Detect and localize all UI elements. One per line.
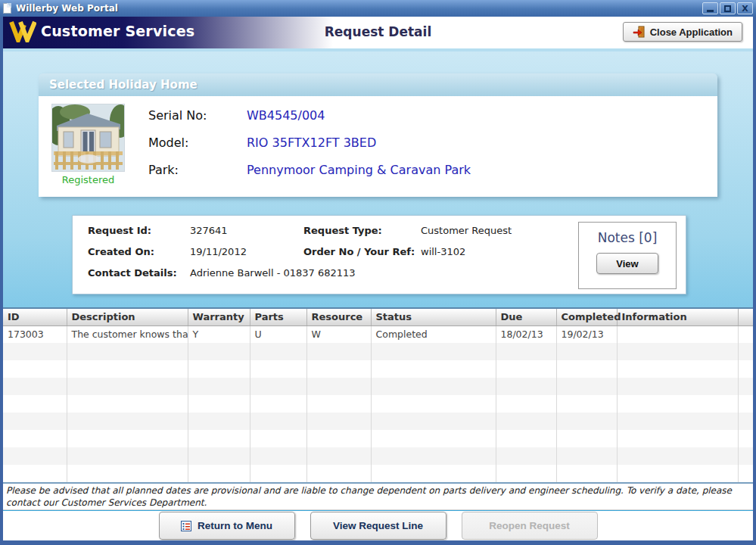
table-cell xyxy=(617,343,738,360)
table-cell xyxy=(617,325,738,343)
table-cell xyxy=(250,413,306,430)
table-cell: The customer knows tha xyxy=(67,325,188,343)
minimize-icon xyxy=(707,10,714,12)
titlebar: Willerby Web Portal X xyxy=(0,0,756,17)
column-header[interactable]: Description xyxy=(67,309,188,325)
table-cell xyxy=(188,360,250,378)
table-cell xyxy=(556,430,617,447)
serial-no-value: WB4545/004 xyxy=(247,108,325,123)
empty-table-row xyxy=(3,395,753,413)
holiday-home-photo xyxy=(51,104,125,172)
holiday-home-image xyxy=(52,104,124,171)
empty-table-row xyxy=(3,430,753,447)
table-cell xyxy=(496,343,556,360)
close-application-button[interactable]: Close Application xyxy=(623,22,742,42)
table-cell xyxy=(67,465,188,482)
table-cell: W xyxy=(306,325,371,343)
column-header[interactable]: Completed xyxy=(556,309,617,325)
table-cell xyxy=(188,343,250,360)
view-request-line-button[interactable]: View Request Line xyxy=(310,512,446,540)
table-cell xyxy=(188,465,250,482)
contact-details-value: Adrienne Barwell - 01837 682113 xyxy=(190,267,356,279)
table-cell xyxy=(496,378,556,395)
table-cell xyxy=(67,343,188,360)
table-cell xyxy=(188,447,250,465)
table-cell: Completed xyxy=(371,325,496,343)
notes-box: Notes [0] View xyxy=(578,222,677,289)
table-cell xyxy=(556,360,617,378)
table-cell xyxy=(371,430,496,447)
table-cell xyxy=(306,378,371,395)
request-id-value: 327641 xyxy=(190,225,228,236)
table-cell xyxy=(617,430,738,447)
table-cell xyxy=(556,343,617,360)
request-lines-table: IDDescriptionWarrantyPartsResourceStatus… xyxy=(3,307,753,484)
park-row: Park: Pennymoor Camping & Caravan Park xyxy=(148,163,471,177)
maximize-icon xyxy=(724,5,731,12)
table-cell xyxy=(67,378,188,395)
table-cell xyxy=(188,430,250,447)
order-ref-label: Order No / Your Ref: xyxy=(303,246,415,257)
request-info-panel: Request Id: 327641 Created On: 19/11/201… xyxy=(72,215,686,294)
request-type-label: Request Type: xyxy=(303,225,382,236)
contact-details-label: Contact Details: xyxy=(88,267,177,279)
app-window: Willerby Web Portal X Customer Services … xyxy=(0,0,756,545)
return-to-menu-button[interactable]: Return to Menu xyxy=(159,512,295,540)
column-header[interactable]: Parts xyxy=(250,309,306,325)
table-cell xyxy=(3,430,67,447)
empty-table-row xyxy=(3,413,753,430)
table-cell xyxy=(371,343,496,360)
table-cell xyxy=(371,395,496,413)
table-cell xyxy=(496,413,556,430)
table-cell xyxy=(250,360,306,378)
return-to-menu-label: Return to Menu xyxy=(198,520,272,531)
window-title: Willerby Web Portal xyxy=(16,3,118,14)
request-type-value: Customer Request xyxy=(421,225,512,236)
app-header: Customer Services Request Detail Close A… xyxy=(3,17,753,48)
table-cell xyxy=(67,447,188,465)
order-ref-value: will-3102 xyxy=(421,246,465,257)
column-header[interactable]: Warranty xyxy=(188,309,250,325)
table-cell xyxy=(306,447,371,465)
table-cell xyxy=(617,360,738,378)
close-application-label: Close Application xyxy=(650,26,733,38)
table-cell xyxy=(371,378,496,395)
column-header[interactable]: Status xyxy=(371,309,496,325)
table-cell xyxy=(556,378,617,395)
close-button[interactable]: X xyxy=(737,2,753,14)
reopen-request-label: Reopen Request xyxy=(489,520,570,531)
column-header[interactable]: ID xyxy=(3,309,67,325)
park-label: Park: xyxy=(148,163,247,177)
request-line-row[interactable]: 173003The customer knows thaYUWCompleted… xyxy=(3,325,753,343)
minimize-button[interactable] xyxy=(702,2,718,14)
empty-table-row xyxy=(3,378,753,395)
empty-table-row xyxy=(3,343,753,360)
empty-table-row xyxy=(3,465,753,482)
table-cell xyxy=(306,360,371,378)
table-cell xyxy=(67,395,188,413)
view-notes-button[interactable]: View xyxy=(596,253,658,274)
table-cell xyxy=(67,430,188,447)
table-cell xyxy=(556,465,617,482)
column-header[interactable]: Resource xyxy=(306,309,371,325)
column-header[interactable]: Due xyxy=(496,309,556,325)
table-cell xyxy=(250,465,306,482)
table-cell xyxy=(306,430,371,447)
model-value: RIO 35FTX12FT 3BED xyxy=(247,135,376,150)
table-cell xyxy=(3,465,67,482)
request-lines-body: 173003The customer knows thaYUWCompleted… xyxy=(3,325,753,482)
maximize-button[interactable] xyxy=(720,2,736,14)
table-cell xyxy=(3,360,67,378)
reopen-request-button[interactable]: Reopen Request xyxy=(462,512,598,540)
main-content: Selected Holiday Home xyxy=(3,51,753,540)
table-cell xyxy=(617,395,738,413)
serial-no-row: Serial No: WB4545/004 xyxy=(148,108,325,123)
table-cell xyxy=(556,413,617,430)
table-cell xyxy=(3,395,67,413)
table-cell xyxy=(371,360,496,378)
selected-holiday-home-panel: Selected Holiday Home xyxy=(39,73,717,197)
table-cell xyxy=(617,378,738,395)
column-header[interactable]: Information xyxy=(617,309,738,325)
table-cell xyxy=(3,447,67,465)
table-cell xyxy=(306,343,371,360)
